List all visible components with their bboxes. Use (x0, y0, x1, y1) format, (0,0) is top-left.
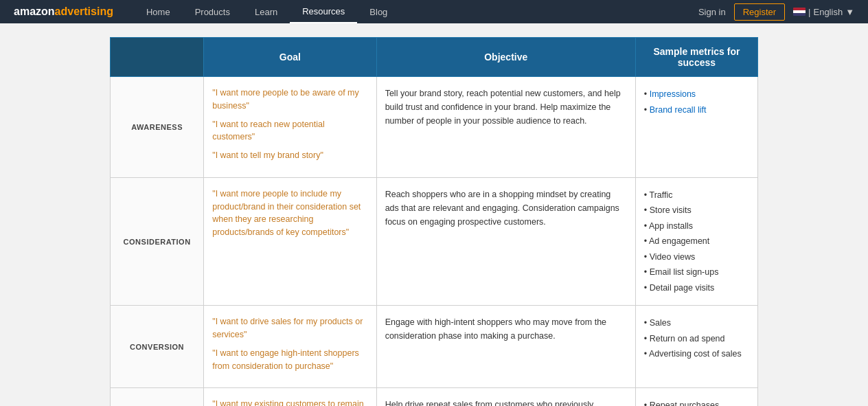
metrics-awareness: • Impressions• Brand recall lift (644, 87, 749, 117)
language-selector[interactable]: | English ▼ (793, 7, 854, 17)
objective-conversion-text: Engage with high-intent shoppers who may… (385, 315, 627, 343)
nav-right: Sign in Register | English ▼ (698, 3, 854, 21)
quote-awareness-3: "I want to tell my brand story" (212, 149, 367, 162)
logo-advertising: advertising (55, 5, 113, 18)
row-objective-loyalty: Help drive repeat sales from customers w… (376, 388, 635, 406)
logo-amazon: amazon (14, 5, 55, 18)
col-header-objective: Objective (376, 38, 635, 77)
flag-icon (793, 8, 806, 16)
quote-conversion-2: "I want to engage high-intent shoppers f… (212, 347, 367, 373)
nav-links: Home Products Learn Resources Blog (134, 0, 698, 23)
metrics-consideration: • Traffic • Store visits • App installs … (644, 188, 749, 296)
register-button[interactable]: Register (734, 3, 785, 21)
row-metrics-loyalty: • Repeat purchases • Referrals • Store v… (635, 388, 757, 406)
quote-loyalty-1: "I want my existing customers to remain … (212, 398, 367, 406)
row-metrics-conversion: • Sales • Return on ad spend • Advertisi… (635, 306, 757, 388)
quote-consideration-1: "I want more people to include my produc… (212, 188, 367, 239)
row-label-loyalty: LOYALTY (111, 388, 204, 406)
row-label-consideration: CONSIDERATION (111, 177, 204, 306)
language-label: | (808, 7, 810, 17)
table-row-awareness: AWARENESS "I want more people to be awar… (111, 77, 758, 178)
metrics-conversion: • Sales • Return on ad spend • Advertisi… (644, 315, 749, 362)
advertising-table: Goal Objective Sample metrics for succes… (110, 37, 758, 406)
row-metrics-consideration: • Traffic • Store visits • App installs … (635, 177, 757, 306)
nav-products[interactable]: Products (183, 0, 242, 23)
col-header-goal: Goal (204, 38, 376, 77)
signin-link[interactable]: Sign in (698, 7, 726, 17)
objective-awareness-text: Tell your brand story, reach potential n… (385, 87, 627, 128)
metric-repeat-purchases: Repeat purchases (650, 401, 719, 406)
metric-store-visits: Store visits (650, 205, 692, 215)
table-row-loyalty: LOYALTY "I want my existing customers to… (111, 388, 758, 406)
row-metrics-awareness: • Impressions• Brand recall lift (635, 77, 757, 178)
row-objective-consideration: Reach shoppers who are in a shopping min… (376, 177, 635, 306)
col-header-metrics: Sample metrics for success (635, 38, 757, 77)
metric-detail-page: Detail page visits (650, 283, 715, 293)
metric-email-list: Email list sign-ups (650, 267, 719, 277)
objective-loyalty-text: Help drive repeat sales from customers w… (385, 398, 627, 406)
objective-consideration-text: Reach shoppers who are in a shopping min… (385, 188, 627, 229)
quote-awareness-2: "I want to reach new potential customers… (212, 118, 367, 144)
row-goal-conversion: "I want to drive sales for my products o… (204, 306, 376, 388)
row-goal-loyalty: "I want my existing customers to remain … (204, 388, 376, 406)
nav-resources[interactable]: Resources (290, 0, 357, 23)
row-objective-awareness: Tell your brand story, reach potential n… (376, 77, 635, 178)
nav-home[interactable]: Home (134, 0, 183, 23)
metric-traffic: Traffic (649, 190, 672, 200)
metric-app-installs: App installs (649, 221, 693, 231)
row-label-conversion: CONVERSION (111, 306, 204, 388)
logo[interactable]: amazonadvertising (14, 5, 113, 18)
quote-awareness-1: "I want more people to be aware of my bu… (212, 87, 367, 113)
row-goal-consideration: "I want more people to include my produc… (204, 177, 376, 306)
chevron-down-icon: ▼ (845, 7, 854, 17)
metric-roas: Return on ad spend (650, 334, 725, 343)
nav-blog[interactable]: Blog (357, 0, 400, 23)
row-label-awareness: AWARENESS (111, 77, 204, 178)
metric-ad-engagement: Ad engagement (649, 236, 709, 246)
table-row-conversion: CONVERSION "I want to drive sales for my… (111, 306, 758, 388)
metric-impressions[interactable]: Impressions (650, 89, 696, 99)
metric-acos: Advertising cost of sales (649, 349, 742, 359)
quote-conversion-1: "I want to drive sales for my products o… (212, 315, 367, 341)
navigation: amazonadvertising Home Products Learn Re… (0, 0, 868, 23)
nav-learn[interactable]: Learn (242, 0, 290, 23)
metric-video-views: Video views (650, 252, 695, 262)
row-goal-awareness: "I want more people to be aware of my bu… (204, 77, 376, 178)
metric-brand-recall[interactable]: Brand recall lift (650, 105, 707, 115)
row-objective-conversion: Engage with high-intent shoppers who may… (376, 306, 635, 388)
table-row-consideration: CONSIDERATION "I want more people to inc… (111, 177, 758, 306)
main-content: Goal Objective Sample metrics for succes… (0, 23, 868, 406)
metric-sales: Sales (650, 318, 671, 328)
language-text: English (813, 7, 843, 17)
metrics-loyalty: • Repeat purchases • Referrals • Store v… (644, 398, 749, 406)
col-header-empty (111, 38, 204, 77)
